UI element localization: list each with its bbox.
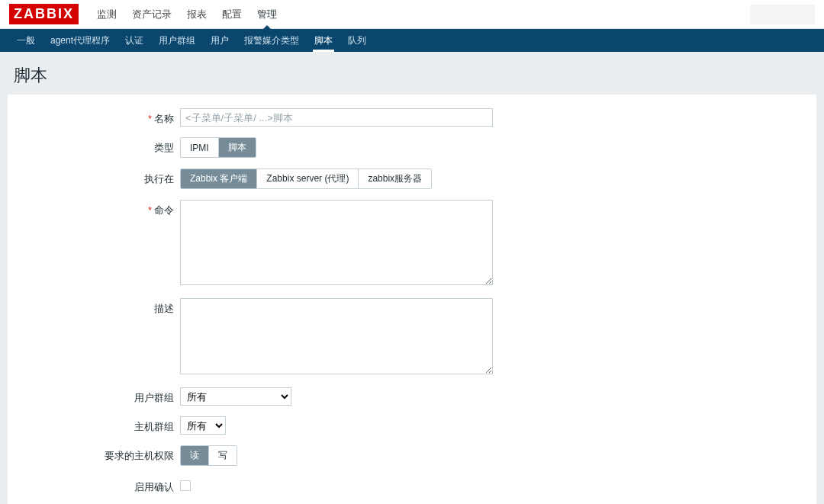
user-group-label: 用户群组 bbox=[8, 387, 180, 405]
sub-nav-proxies[interactable]: agent代理程序 bbox=[43, 29, 117, 52]
sub-nav-usergroups[interactable]: 用户群组 bbox=[151, 29, 203, 52]
host-perm-write[interactable]: 写 bbox=[209, 446, 237, 465]
execute-on-agent[interactable]: Zabbix 客户端 bbox=[181, 169, 257, 188]
script-form: *名称 类型 IPMI 脚本 执行在 Zabbix 客户端 Zabbix ser… bbox=[8, 95, 816, 504]
sub-nav-mediatypes[interactable]: 报警媒介类型 bbox=[237, 29, 307, 52]
host-perm-label: 要求的主机权限 bbox=[8, 445, 180, 463]
header-search-input[interactable] bbox=[750, 5, 815, 24]
type-label: 类型 bbox=[8, 137, 180, 155]
execute-on-proxy[interactable]: Zabbix server (代理) bbox=[257, 169, 359, 188]
sub-nav: 一般 agent代理程序 认证 用户群组 用户 报警媒介类型 脚本 队列 bbox=[0, 29, 824, 52]
top-menu-configuration[interactable]: 配置 bbox=[214, 0, 249, 29]
sub-nav-scripts[interactable]: 脚本 bbox=[307, 29, 340, 52]
top-menu-inventory[interactable]: 资产记录 bbox=[124, 0, 179, 29]
sub-nav-queue[interactable]: 队列 bbox=[340, 29, 374, 52]
execute-on-label: 执行在 bbox=[8, 169, 180, 186]
sub-nav-auth[interactable]: 认证 bbox=[117, 29, 151, 52]
type-option-script[interactable]: 脚本 bbox=[219, 138, 256, 157]
execute-on-server[interactable]: zabbix服务器 bbox=[359, 169, 431, 188]
zabbix-logo[interactable]: ZABBIX bbox=[9, 4, 79, 24]
enable-confirm-checkbox[interactable] bbox=[180, 480, 191, 491]
description-textarea[interactable] bbox=[180, 298, 493, 374]
type-option-ipmi[interactable]: IPMI bbox=[181, 138, 219, 157]
execute-on-toggle: Zabbix 客户端 Zabbix server (代理) zabbix服务器 bbox=[180, 169, 432, 189]
top-menu: 监测 资产记录 报表 配置 管理 bbox=[89, 0, 285, 28]
top-menu-monitoring[interactable]: 监测 bbox=[89, 0, 124, 29]
enable-confirm-label: 启用确认 bbox=[8, 477, 180, 494]
command-textarea[interactable] bbox=[180, 200, 493, 285]
type-toggle: IPMI 脚本 bbox=[180, 137, 256, 158]
top-menu-reports[interactable]: 报表 bbox=[179, 0, 214, 29]
top-header: ZABBIX 监测 资产记录 报表 配置 管理 bbox=[0, 0, 824, 29]
sub-nav-general[interactable]: 一般 bbox=[9, 29, 43, 52]
top-menu-administration[interactable]: 管理 bbox=[249, 0, 285, 29]
name-input[interactable] bbox=[180, 108, 493, 127]
host-group-select[interactable]: 所有 bbox=[180, 416, 226, 435]
command-label: *命令 bbox=[8, 200, 180, 217]
host-perm-read[interactable]: 读 bbox=[181, 446, 209, 465]
sub-nav-users[interactable]: 用户 bbox=[203, 29, 237, 52]
host-perm-toggle: 读 写 bbox=[180, 445, 237, 466]
user-group-select[interactable]: 所有 bbox=[180, 387, 291, 406]
name-label: *名称 bbox=[8, 108, 180, 126]
page-title: 脚本 bbox=[0, 52, 824, 95]
host-group-label: 主机群组 bbox=[8, 416, 180, 434]
description-label: 描述 bbox=[8, 298, 180, 316]
